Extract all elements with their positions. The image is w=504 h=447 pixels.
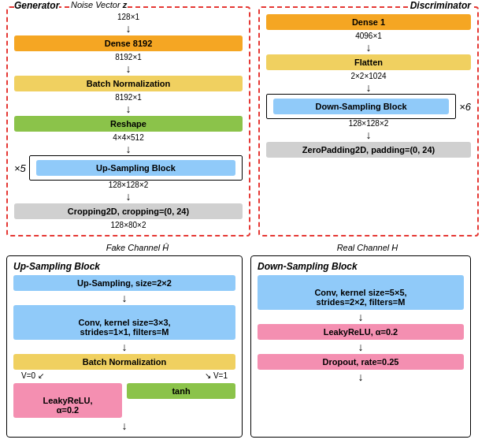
generator-box: Generator Noise Vector z 128×1 ↓ Dense 8…	[6, 6, 250, 237]
conv-down-layer: Conv, kernel size=5×5, strides=2×2, filt…	[258, 275, 464, 310]
v0-label: V=0 ↙	[21, 371, 44, 380]
top-section: Generator Noise Vector z 128×1 ↓ Dense 8…	[6, 6, 498, 237]
dim-128x128x2-gen: 128×128×2	[14, 181, 243, 190]
arrow-1: ↓	[14, 23, 243, 34]
dim-128x128x2-disc: 128×128×2	[266, 119, 471, 129]
dropout-down-layer: Dropout, rate=0.25	[258, 354, 464, 370]
upsample-repeat-box: Up-Sampling Block	[29, 155, 243, 181]
downsample-repeat-box: Down-Sampling Block	[266, 94, 456, 119]
upsample-block-layer: Up-Sampling Block	[36, 160, 235, 176]
dim-8192x1-b: 8192×1	[14, 93, 243, 102]
arrow-down-2: ↓	[258, 341, 464, 352]
discriminator-box: Discriminator Dense 1 4096×1 ↓ Flatten 2…	[258, 6, 479, 237]
bottom-section: Up-Sampling Block Up-Sampling, size=2×2 …	[6, 255, 498, 438]
arrow-disc-2: ↓	[266, 82, 471, 93]
repeat-5-container: ×5 Up-Sampling Block	[14, 155, 243, 181]
upsampling-detail-box: Up-Sampling Block Up-Sampling, size=2×2 …	[6, 255, 243, 438]
conv-up-layer: Conv, kernel size=3×3, strides=1×1, filt…	[13, 305, 235, 340]
dim-4096x1: 4096×1	[266, 32, 471, 41]
zeropad-disc-layer: ZeroPadding2D, padding=(0, 24)	[266, 142, 471, 158]
downsample-block-layer: Down-Sampling Block	[273, 99, 449, 114]
arrow-down-1: ↓	[258, 311, 464, 322]
generator-label: Generator	[14, 0, 59, 11]
tanh-branch: tanh	[127, 382, 235, 419]
upsample-detail-layer: Up-Sampling, size=2×2	[13, 275, 235, 291]
branch-container: LeakyReLU, α=0.2 tanh	[13, 382, 235, 419]
dim-128x80x2: 128×80×2	[14, 221, 243, 230]
leaky-branch: LeakyReLU, α=0.2	[13, 382, 122, 419]
noise-label: Noise Vector z	[71, 0, 127, 9]
v-labels: V=0 ↙ ↘ V=1	[21, 371, 228, 380]
bn-up-layer: Batch Normalization	[13, 354, 235, 370]
flatten-disc-layer: Flatten	[266, 54, 471, 70]
arrow-4: ↓	[14, 143, 243, 155]
leaky-down-layer: LeakyReLU, α=0.2	[258, 324, 464, 340]
real-channel-label: Real Channel H	[337, 243, 398, 252]
arrow-disc-3: ↓	[266, 129, 471, 140]
arrow-5: ↓	[14, 191, 243, 202]
dim-128x1: 128×1	[14, 13, 243, 22]
repeat-5-label: ×5	[14, 162, 26, 174]
fake-channel-label: Fake Channel Ĥ	[106, 243, 169, 252]
upsampling-detail-label: Up-Sampling Block	[13, 261, 235, 272]
tanh-up-layer: tanh	[127, 383, 235, 399]
crop-gen-layer: Cropping2D, cropping=(0, 24)	[14, 203, 243, 219]
dense-gen-layer: Dense 8192	[14, 35, 243, 51]
arrow-3: ↓	[14, 103, 243, 114]
arrow-up-3: ↓	[13, 420, 235, 431]
arrow-up-2: ↓	[13, 341, 235, 352]
dim-2x2x1024: 2×2×1024	[266, 72, 471, 81]
arrow-down-3: ↓	[258, 371, 464, 382]
dense-disc-layer: Dense 1	[266, 14, 471, 30]
leaky-up-layer: LeakyReLU, α=0.2	[13, 383, 122, 418]
arrow-up-1: ↓	[13, 292, 235, 304]
v1-label: ↘ V=1	[205, 371, 228, 380]
dim-4x4x512: 4×4×512	[14, 133, 243, 143]
channel-labels-row: Fake Channel Ĥ Real Channel H	[6, 243, 498, 252]
downsampling-detail-label: Down-Sampling Block	[258, 261, 464, 272]
arrow-disc-1: ↓	[266, 42, 471, 53]
arrow-2: ↓	[14, 63, 243, 74]
downsampling-detail-box: Down-Sampling Block Conv, kernel size=5×…	[250, 255, 471, 438]
discriminator-label: Discriminator	[410, 0, 471, 11]
repeat-6-container: Down-Sampling Block ×6	[266, 94, 471, 119]
main-diagram: Generator Noise Vector z 128×1 ↓ Dense 8…	[0, 0, 504, 447]
reshape-gen-layer: Reshape	[14, 116, 243, 132]
repeat-6-label: ×6	[459, 101, 471, 113]
dim-8192x1-a: 8192×1	[14, 53, 243, 62]
bn-gen-layer: Batch Normalization	[14, 76, 243, 91]
